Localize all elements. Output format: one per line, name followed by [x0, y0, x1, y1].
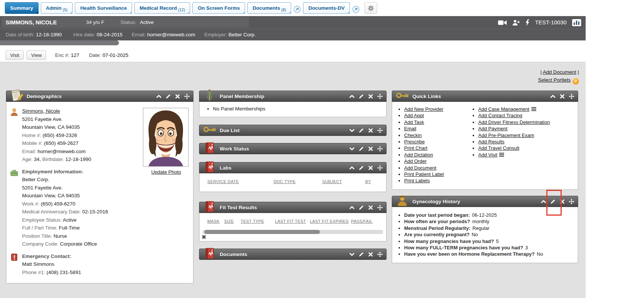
- tab-summary[interactable]: Summary: [5, 2, 39, 14]
- labs-column-header[interactable]: SUBJECT: [322, 179, 342, 184]
- labs-column-header[interactable]: DOC TYPE: [274, 179, 296, 184]
- tab-health-surveillance[interactable]: Health Surveillance: [75, 2, 132, 14]
- collapse-icon[interactable]: [349, 205, 355, 210]
- select-portlets-link[interactable]: Select Portlets: [538, 77, 571, 83]
- fit-test-column-header[interactable]: LAST FIT TEST: [275, 219, 306, 224]
- scroll-right-icon[interactable]: [202, 235, 205, 239]
- help-icon[interactable]: ?: [573, 78, 579, 85]
- quick-link[interactable]: Add Driver Fitness Determination: [478, 119, 550, 125]
- add-document-link[interactable]: Add Document: [543, 69, 576, 75]
- quick-link[interactable]: Add Payment: [478, 126, 507, 131]
- portlet-header-labs[interactable]: Labs: [199, 162, 387, 173]
- quick-link[interactable]: Print Chart: [404, 145, 427, 151]
- collapse-icon[interactable]: [156, 94, 162, 99]
- edit-icon[interactable]: [358, 205, 364, 210]
- scrollbar-thumb[interactable]: [204, 230, 320, 234]
- fit-test-column-header[interactable]: LAST FIT EXPIRES: [310, 219, 349, 224]
- edit-icon[interactable]: [358, 165, 364, 171]
- move-icon[interactable]: [569, 199, 574, 204]
- fit-test-column-header[interactable]: PASS/FAIL: [351, 219, 373, 224]
- tab-documents[interactable]: Documents (8): [247, 2, 291, 14]
- portlet-header-demographics[interactable]: Demographics: [6, 91, 193, 102]
- move-icon[interactable]: [569, 94, 574, 99]
- quick-link[interactable]: Add Contact Tracing: [478, 113, 522, 118]
- portlet-header-due-list[interactable]: Due List: [199, 125, 387, 136]
- edit-icon[interactable]: [358, 128, 364, 133]
- scrollbar-track[interactable]: [202, 230, 383, 234]
- quick-link[interactable]: Add Dictation: [404, 152, 433, 158]
- move-icon[interactable]: [377, 146, 383, 152]
- edit-icon[interactable]: [165, 94, 171, 99]
- update-photo-link[interactable]: Update Photo: [151, 169, 181, 175]
- close-icon[interactable]: [559, 94, 565, 99]
- expand-icon[interactable]: [349, 252, 355, 257]
- close-icon[interactable]: [368, 94, 373, 99]
- labs-column-header[interactable]: SERVICE DATE: [207, 179, 239, 184]
- add-person-icon[interactable]: [512, 19, 520, 26]
- header-scrollbar[interactable]: [0, 40, 119, 45]
- portlet-header-quick-links[interactable]: Quick Links: [392, 91, 578, 102]
- close-icon[interactable]: [368, 165, 373, 171]
- move-icon[interactable]: [377, 94, 383, 99]
- edit-icon[interactable]: [550, 199, 556, 204]
- fit-test-column-header[interactable]: SIZE: [224, 219, 234, 224]
- quick-link[interactable]: Print Labels: [404, 178, 430, 183]
- tab-admin[interactable]: Admin (5): [41, 2, 73, 14]
- labs-column-header[interactable]: BY: [365, 179, 371, 184]
- collapse-icon[interactable]: [541, 199, 546, 204]
- settings-button[interactable]: [364, 2, 377, 14]
- quick-link[interactable]: Email: [404, 126, 416, 131]
- close-icon[interactable]: [368, 252, 373, 257]
- expand-icon[interactable]: [349, 128, 355, 133]
- quick-link[interactable]: Add Visit: [478, 152, 497, 158]
- quick-link[interactable]: Prescribe: [404, 139, 425, 145]
- close-icon[interactable]: [368, 146, 373, 152]
- tab-medical-record[interactable]: Medical Record (12): [134, 2, 190, 14]
- video-camera-icon[interactable]: [498, 20, 507, 25]
- move-icon[interactable]: [377, 165, 383, 171]
- tab-documents-dv[interactable]: Documents-DV: [303, 2, 350, 14]
- close-icon[interactable]: [559, 199, 565, 204]
- edit-icon[interactable]: [358, 146, 364, 152]
- quick-link[interactable]: Print Patient Label: [404, 171, 444, 177]
- view-button[interactable]: View: [27, 51, 46, 60]
- patient-name-link[interactable]: Simmons, Nicole: [22, 108, 60, 114]
- edit-icon[interactable]: [358, 252, 364, 257]
- collapse-icon[interactable]: [349, 165, 355, 171]
- expand-icon[interactable]: [349, 146, 355, 152]
- move-icon[interactable]: [377, 252, 383, 257]
- quick-link[interactable]: Add Document: [404, 165, 436, 171]
- portlet-header-fit-test-results[interactable]: Fit Test Results: [199, 202, 387, 213]
- quick-link[interactable]: Add Results: [478, 139, 504, 145]
- portlet-header-panel-membership[interactable]: Panel Membership: [199, 91, 387, 102]
- lightning-icon[interactable]: [525, 19, 529, 26]
- edit-icon[interactable]: [358, 94, 364, 99]
- quick-link[interactable]: Add New Provider: [404, 106, 443, 112]
- flowsheet-chart-icon[interactable]: [572, 19, 581, 26]
- collapse-icon[interactable]: [550, 94, 556, 99]
- portlet-header-gynecology-history[interactable]: Gynecology History: [392, 196, 578, 207]
- fit-test-column-header[interactable]: MASK: [207, 219, 220, 224]
- close-icon[interactable]: [368, 205, 373, 210]
- quick-link[interactable]: Add Order: [404, 158, 427, 164]
- quick-link[interactable]: Add Appt: [404, 113, 424, 118]
- quick-link[interactable]: Checkin: [404, 133, 422, 138]
- quick-link[interactable]: Add Case Management: [478, 106, 529, 112]
- quick-link[interactable]: Add Travel Consult: [478, 145, 519, 151]
- portlet-header-documents[interactable]: Documents: [199, 249, 387, 260]
- collapse-icon[interactable]: [349, 94, 355, 99]
- tab-on-screen-forms[interactable]: On Screen Forms: [192, 2, 245, 14]
- move-icon[interactable]: [377, 205, 383, 210]
- quick-link[interactable]: Add Task: [404, 119, 424, 125]
- open-new-window-icon[interactable]: [352, 6, 360, 13]
- close-icon[interactable]: [175, 94, 180, 99]
- horizontal-scrollbar[interactable]: [202, 229, 383, 235]
- close-icon[interactable]: [368, 128, 373, 133]
- open-new-window-icon[interactable]: [293, 6, 301, 13]
- visit-button[interactable]: Visit: [6, 51, 24, 60]
- fit-test-column-header[interactable]: TEST TYPE: [241, 219, 264, 224]
- move-icon[interactable]: [377, 128, 383, 133]
- portlet-header-work-status[interactable]: Work Status: [199, 143, 387, 154]
- quick-link[interactable]: Add Pre-Placement Exam: [478, 133, 534, 138]
- move-icon[interactable]: [184, 94, 190, 99]
